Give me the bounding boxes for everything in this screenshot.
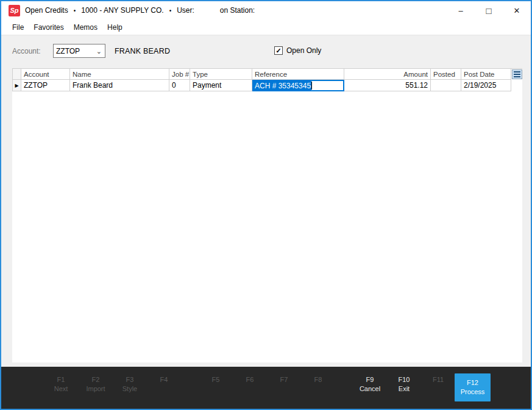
fkey-f12-process-button[interactable]: F12Process: [455, 373, 491, 401]
cell-account[interactable]: ZZTOP: [21, 80, 70, 91]
fkey-label: F1: [44, 375, 78, 384]
fkey-f8[interactable]: F8: [301, 375, 335, 384]
title-separator: •: [169, 7, 172, 14]
table-row[interactable]: ▶ ZZTOP Frank Beard 0 Payment ACH # 3534…: [12, 80, 522, 91]
close-button[interactable]: ✕: [503, 1, 531, 19]
fkey-label: F9: [353, 375, 387, 384]
titlebar: Sp Open Credits•1000 - ANY SUPPLY CO.•Us…: [1, 1, 531, 19]
column-header-account[interactable]: Account: [21, 69, 70, 80]
fkey-f1[interactable]: F1Next: [44, 375, 78, 394]
fkey-label: F10: [387, 375, 421, 384]
fkey-f9-cancel[interactable]: F9Cancel: [353, 375, 387, 394]
cell-post-date[interactable]: 2/19/2025: [461, 80, 511, 91]
column-header-name[interactable]: Name: [70, 69, 169, 80]
fkey-sublabel: Cancel: [353, 384, 387, 394]
menu-memos[interactable]: Memos: [69, 21, 102, 34]
column-header-amount[interactable]: Amount: [344, 69, 431, 80]
fkey-f7[interactable]: F7: [267, 375, 301, 384]
cell-name[interactable]: Frank Beard: [70, 80, 169, 91]
grid-corner-cell: [12, 69, 21, 80]
column-header-posted[interactable]: Posted: [431, 69, 461, 80]
window-title: Open Credits•1000 - ANY SUPPLY CO.•User:…: [25, 6, 255, 15]
menu-favorites[interactable]: Favorites: [29, 21, 68, 34]
reference-selected-text: ACH # 35345345: [254, 81, 311, 91]
row-selector-cell[interactable]: ▶: [12, 80, 21, 91]
fkey-label: F2: [79, 375, 113, 384]
cell-posted[interactable]: [431, 80, 461, 91]
window-controls: – □ ✕: [447, 1, 531, 19]
fkey-sublabel: Exit: [387, 384, 421, 394]
fkey-f3[interactable]: F3Style: [113, 375, 147, 394]
credits-grid: Account Name Job # Type Reference Amount…: [12, 68, 522, 362]
cell-reference-edit-field[interactable]: ACH # 35345345: [252, 80, 344, 91]
account-combobox-value: ZZTOP: [54, 47, 96, 55]
fkey-label: F3: [113, 375, 147, 384]
fkey-sublabel: Process: [461, 387, 485, 397]
grid-header-row: Account Name Job # Type Reference Amount…: [12, 69, 522, 80]
menu-file[interactable]: File: [7, 21, 29, 34]
column-header-type[interactable]: Type: [190, 69, 252, 80]
menu-bar: File Favorites Memos Help: [1, 19, 531, 35]
fkey-f4[interactable]: F4: [147, 375, 181, 384]
title-app-name: Open Credits: [25, 6, 68, 15]
title-user-label: User:: [177, 6, 194, 15]
title-station-label: on Station:: [220, 6, 255, 15]
cell-job[interactable]: 0: [169, 80, 190, 91]
title-separator: •: [74, 7, 76, 14]
fkey-label: F11: [421, 375, 455, 384]
fkey-f10-exit[interactable]: F10Exit: [387, 375, 421, 394]
fkey-sublabel: Next: [44, 384, 78, 394]
current-row-marker-icon: ▶: [15, 83, 18, 88]
fkey-f11[interactable]: F11: [421, 375, 455, 384]
fkey-label: F5: [199, 375, 233, 384]
app-window: Sp Open Credits•1000 - ANY SUPPLY CO.•Us…: [0, 0, 532, 410]
grid-options-menu-icon[interactable]: [512, 69, 522, 79]
column-header-post-date[interactable]: Post Date: [461, 69, 511, 80]
open-only-checkbox[interactable]: ✓: [274, 46, 283, 55]
text-caret: [311, 82, 312, 90]
fkey-f6[interactable]: F6: [233, 375, 267, 384]
column-header-job[interactable]: Job #: [169, 69, 190, 80]
cell-amount[interactable]: 551.12: [344, 80, 431, 91]
fkey-label: F6: [233, 375, 267, 384]
app-logo-icon: Sp: [9, 5, 20, 16]
fkey-sublabel: Style: [113, 384, 147, 394]
account-combobox[interactable]: ZZTOP ⌄: [53, 44, 105, 58]
fkey-f5[interactable]: F5: [199, 375, 233, 384]
fkey-sublabel: Import: [79, 384, 113, 394]
column-header-reference[interactable]: Reference: [252, 69, 344, 80]
menu-line: [514, 74, 520, 75]
minimize-button[interactable]: –: [447, 1, 475, 19]
open-only-label: Open Only: [286, 46, 321, 55]
fkey-f2[interactable]: F2Import: [79, 375, 113, 394]
menu-help[interactable]: Help: [102, 21, 127, 34]
account-holder-name: FRANK BEARD: [115, 47, 170, 55]
account-label: Account:: [12, 47, 41, 55]
title-company: 1000 - ANY SUPPLY CO.: [81, 6, 163, 15]
menu-line: [514, 76, 520, 77]
fkey-label: F8: [301, 375, 335, 384]
function-key-bar: F1Next F2Import F3Style F4 F5 F6 F7 F8 F…: [1, 367, 531, 409]
maximize-button[interactable]: □: [475, 1, 503, 19]
menu-line: [514, 71, 520, 72]
fkey-label: F4: [147, 375, 181, 384]
cell-type[interactable]: Payment: [190, 80, 252, 91]
fkey-label: F12: [467, 378, 478, 387]
open-only-filter: ✓ Open Only: [274, 46, 321, 55]
fkey-label: F7: [267, 375, 301, 384]
chevron-down-icon: ⌄: [96, 48, 105, 54]
